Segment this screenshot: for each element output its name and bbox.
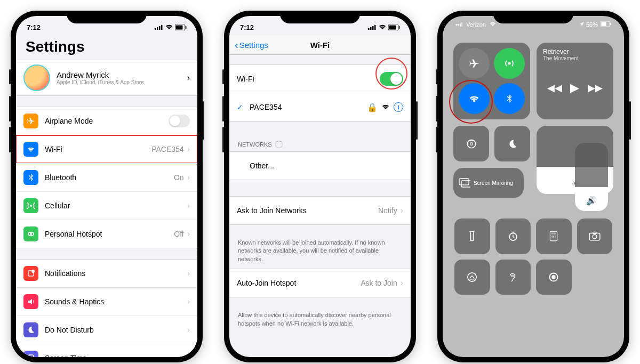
chevron-icon: › [401, 278, 403, 288]
back-button[interactable]: ‹ Settings [235, 39, 268, 51]
phone-settings: 7:12 Settings Andrew Myrick Apple ID, iC… [11, 11, 203, 362]
signal-icon [368, 25, 377, 30]
status-time: 7:12 [240, 23, 254, 31]
svg-rect-42 [589, 233, 600, 240]
camera-button[interactable] [577, 219, 613, 254]
hotspot-icon [23, 227, 38, 241]
svg-point-29 [467, 140, 475, 148]
bluetooth-icon [23, 170, 38, 185]
info-icon[interactable]: i [394, 102, 403, 112]
networks-header: NETWORKS [229, 132, 411, 151]
connectivity-tile [453, 43, 530, 119]
row-notifications[interactable]: Notifications › [16, 260, 197, 287]
svg-rect-26 [601, 22, 606, 26]
dnd-button[interactable] [494, 126, 530, 161]
auto-join-row[interactable]: Auto-Join Hotspot Ask to Join › [229, 269, 411, 297]
airplane-icon [23, 114, 38, 128]
svg-rect-30 [470, 142, 472, 144]
wifi-button[interactable] [459, 83, 490, 114]
play-button[interactable]: ▶ [570, 81, 579, 95]
svg-rect-24 [399, 26, 400, 29]
airplane-button[interactable] [459, 48, 490, 79]
cellular-icon [23, 198, 38, 213]
signal-icon [155, 25, 163, 30]
ask-join-row[interactable]: Ask to Join Networks Notify › [229, 197, 411, 224]
row-sounds[interactable]: Sounds & Haptics › [16, 287, 197, 316]
svg-point-36 [552, 236, 553, 237]
bluetooth-button[interactable] [494, 83, 525, 114]
auto-footer: Allow this device to automatically disco… [229, 308, 411, 333]
svg-point-45 [468, 273, 476, 281]
profile-sub: Apple ID, iCloud, iTunes & App Store [57, 79, 181, 85]
screen-record-button[interactable] [536, 260, 572, 295]
svg-point-38 [555, 236, 556, 237]
prev-button[interactable]: ◀◀ [547, 82, 562, 94]
connected-network-row[interactable]: ✓ PACE354 🔒 i [229, 93, 411, 121]
svg-point-41 [555, 238, 556, 239]
svg-rect-12 [28, 355, 34, 357]
music-tile[interactable]: Retriever The Movement ◀◀ ▶ ▶▶ [537, 43, 613, 119]
row-wifi[interactable]: Wi-Fi PACE354 › [16, 135, 197, 163]
wifi-toggle[interactable] [380, 72, 403, 86]
svg-point-43 [593, 235, 597, 239]
volume-slider[interactable]: 🔊 [575, 143, 608, 211]
svg-rect-19 [370, 27, 372, 30]
battery-icon [388, 25, 400, 30]
row-hotspot[interactable]: Personal Hotspot Off › [16, 220, 197, 248]
status-icons [155, 25, 187, 30]
chevron-icon: › [401, 206, 403, 215]
profile-name: Andrew Myrick [57, 70, 181, 79]
sounds-icon [23, 294, 38, 309]
chevron-icon: › [187, 201, 190, 211]
row-airplane[interactable]: Airplane Mode [16, 107, 197, 135]
home-button[interactable] [454, 260, 490, 295]
avatar [23, 64, 50, 91]
row-cellular[interactable]: Cellular › [16, 191, 197, 220]
wifi-icon [165, 25, 173, 30]
music-artist: The Movement [543, 55, 607, 61]
hearing-button[interactable] [495, 260, 531, 295]
check-icon: ✓ [237, 103, 245, 111]
profile-section[interactable]: Andrew Myrick Apple ID, iCloud, iTunes &… [16, 60, 197, 96]
chevron-icon: › [187, 269, 190, 278]
chevron-icon: › [187, 353, 190, 357]
svg-rect-27 [610, 23, 611, 26]
flashlight-button[interactable] [454, 219, 490, 254]
row-bluetooth[interactable]: Bluetooth On › [16, 163, 197, 191]
svg-point-37 [553, 236, 554, 237]
svg-rect-18 [368, 28, 370, 30]
other-network-row[interactable]: Other... [229, 152, 411, 180]
music-title: Retriever [543, 48, 607, 55]
chevron-left-icon: ‹ [235, 39, 238, 51]
svg-rect-31 [459, 179, 469, 185]
status-time: 7:12 [27, 23, 41, 31]
svg-point-40 [553, 238, 554, 239]
chevron-icon: › [187, 73, 190, 83]
calculator-button[interactable] [536, 219, 572, 254]
battery-icon [175, 25, 187, 30]
timer-button[interactable] [495, 219, 531, 254]
mirror-icon [459, 178, 470, 188]
row-dnd[interactable]: Do Not Disturb › [16, 316, 197, 344]
svg-rect-20 [372, 26, 374, 30]
wifi-icon [379, 25, 386, 30]
svg-rect-5 [176, 25, 183, 29]
orientation-lock-button[interactable] [453, 126, 489, 161]
svg-rect-23 [389, 25, 396, 29]
screen-mirroring-button[interactable]: Screen Mirroring [453, 168, 524, 198]
location-icon [579, 21, 585, 27]
next-button[interactable]: ▶▶ [588, 82, 603, 94]
chevron-icon: › [187, 144, 190, 154]
volume-icon: 🔊 [586, 196, 597, 206]
svg-point-46 [511, 275, 513, 277]
svg-rect-1 [157, 27, 158, 30]
phone-wifi: 7:12 ‹ Settings Wi-Fi Wi-Fi ✓ PAC [224, 11, 416, 362]
carrier: ••ıl Verizon [455, 21, 496, 28]
airplane-toggle[interactable] [169, 115, 190, 127]
cellular-button[interactable] [494, 48, 525, 79]
row-screentime[interactable]: Screen Time › [16, 344, 197, 357]
navbar: ‹ Settings Wi-Fi [229, 35, 411, 55]
chevron-icon: › [187, 229, 190, 239]
svg-point-28 [508, 62, 511, 65]
spinner-icon [275, 141, 283, 148]
